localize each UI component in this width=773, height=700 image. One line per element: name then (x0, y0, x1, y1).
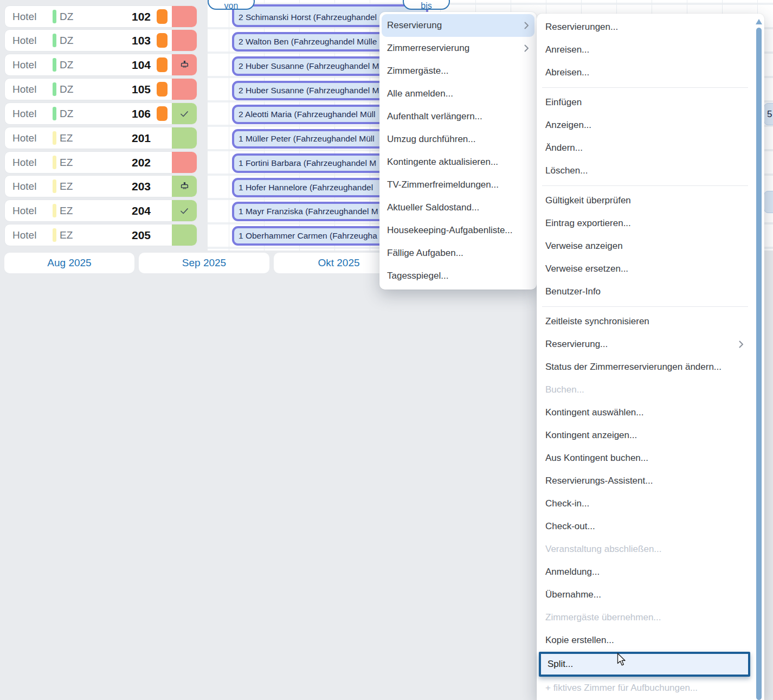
menu-item-label: Buchen... (545, 384, 584, 395)
submenu-item-zimmergäste-übernehmen: Zimmergäste übernehmen... (539, 606, 750, 629)
submenu-item-abreisen[interactable]: Abreisen... (539, 61, 750, 84)
room-property-label: Hotel (12, 79, 36, 100)
room-row-102[interactable]: HotelDZ102 (4, 5, 197, 28)
range-end-label: bis (421, 1, 431, 10)
housekeeping-status-box[interactable] (172, 30, 197, 51)
submenu-item-reservierungen[interactable]: Reservierungen... (539, 16, 750, 38)
menu-item-zimmerreservierung[interactable]: Zimmerreservierung (382, 37, 534, 60)
room-row-103[interactable]: HotelDZ103 (4, 29, 197, 52)
month-tab-label: Aug 2025 (47, 257, 91, 269)
submenu-item-aus-kontingent-buchen[interactable]: Aus Kontingent buchen... (539, 447, 750, 470)
menu-item-label: Reservierung... (545, 339, 608, 350)
submenu-item-kopie-erstellen[interactable]: Kopie erstellen... (539, 629, 750, 652)
submenu-item-verweise-ersetzen[interactable]: Verweise ersetzen... (539, 258, 750, 280)
menu-item-alle-anmelden[interactable]: Alle anmelden... (382, 82, 534, 105)
partial-reservation-bar[interactable]: 5 (764, 103, 773, 125)
room-row-201[interactable]: HotelEZ201 (4, 127, 197, 149)
month-tab-aug-2025[interactable]: Aug 2025 (4, 253, 134, 273)
scrollbar-thumb[interactable] (756, 28, 762, 700)
menu-item-reservierung[interactable]: Reservierung (382, 14, 534, 37)
room-property-label: Hotel (12, 6, 36, 27)
menu-item-label: Übernahme... (545, 589, 601, 600)
menu-item-zimmergäste[interactable]: Zimmergäste... (382, 60, 534, 82)
housekeeping-status-box[interactable] (172, 224, 197, 246)
room-number: 102 (86, 6, 151, 27)
menu-item-aktueller-saldostand[interactable]: Aktueller Saldostand... (382, 196, 534, 219)
room-property-label: Hotel (12, 224, 36, 246)
submenu-item-kontingent-auswählen[interactable]: Kontingent auswählen... (539, 401, 750, 424)
submenu-item-verweise-anzeigen[interactable]: Verweise anzeigen (539, 235, 750, 258)
submenu-item-einfügen[interactable]: Einfügen (539, 91, 750, 114)
submenu-item-status-der-zimmerreservierungen-ändern[interactable]: Status der Zimmerreservierungen ändern..… (539, 356, 750, 378)
submenu-item-check-in[interactable]: Check-in... (539, 492, 750, 515)
room-row-205[interactable]: HotelEZ205 (4, 224, 197, 246)
room-row-104[interactable]: HotelDZ104 (4, 54, 197, 76)
room-number: 201 (86, 127, 151, 149)
brush-icon (179, 59, 190, 70)
month-tab-label: Okt 2025 (318, 257, 359, 269)
submenu-item-anmeldung[interactable]: Anmeldung... (539, 561, 750, 583)
menu-item-label: Status der Zimmerreservierungen ändern..… (545, 362, 722, 373)
room-row-204[interactable]: HotelEZ204 (4, 200, 197, 222)
submenu-scrollbar[interactable] (756, 15, 762, 700)
occupancy-marker (157, 82, 168, 97)
room-type-color-bar (53, 107, 56, 120)
room-type-color-bar (53, 58, 56, 72)
submenu-item-löschen[interactable]: Löschen... (539, 159, 750, 182)
menu-item-label: + fiktives Zimmer für Aufbuchungen... (545, 683, 698, 693)
menu-item-label: Eintrag exportieren... (545, 218, 631, 229)
submenu-item-split[interactable]: Split... (539, 652, 750, 677)
room-type-label: DZ (60, 30, 73, 51)
submenu-item-check-out[interactable]: Check-out... (539, 515, 750, 538)
room-row-202[interactable]: HotelEZ202 (4, 151, 197, 174)
menu-item-tv-zimmerfreimeldungen[interactable]: TV-Zimmerfreimeldungen... (382, 174, 534, 196)
housekeeping-status-box[interactable] (172, 79, 197, 100)
room-type-label: DZ (60, 79, 73, 100)
room-row-105[interactable]: HotelDZ105 (4, 78, 197, 100)
range-start-handle[interactable]: von (208, 0, 255, 10)
menu-item-label: Kontingent anzeigen... (545, 430, 637, 441)
room-property-label: Hotel (12, 176, 36, 197)
menu-item-umzug-durchführen[interactable]: Umzug durchführen... (382, 128, 534, 151)
submenu-item-übernahme[interactable]: Übernahme... (539, 583, 750, 606)
room-number: 103 (86, 30, 151, 51)
submenu-item-reservierungs-assistent[interactable]: Reservierungs-Assistent... (539, 470, 750, 492)
submenu-item-eintrag-exportieren[interactable]: Eintrag exportieren... (539, 212, 750, 235)
menu-item-label: Aufenthalt verlängern... (387, 111, 482, 122)
room-type-label: EZ (60, 176, 73, 197)
submenu-item-anreisen[interactable]: Anreisen... (539, 38, 750, 61)
submenu-item-ändern[interactable]: Ändern... (539, 137, 750, 159)
partial-reservation-bar[interactable] (764, 191, 773, 213)
housekeeping-status-box[interactable] (172, 127, 197, 149)
submenu-item-reservierung[interactable]: Reservierung... (539, 333, 750, 356)
range-end-handle[interactable]: bis (403, 0, 450, 10)
chevron-right-icon (524, 22, 529, 29)
menu-item-fällige-aufgaben[interactable]: Fällige Aufgaben... (382, 242, 534, 265)
menu-item-label: Reservierungs-Assistent... (545, 476, 653, 486)
housekeeping-status-box[interactable] (172, 176, 197, 197)
chevron-right-icon (524, 44, 529, 52)
room-row-203[interactable]: HotelEZ203 (4, 175, 197, 197)
menu-item-aufenthalt-verlängern[interactable]: Aufenthalt verlängern... (382, 105, 534, 128)
menu-item-housekeeping-aufgabenliste[interactable]: Housekeeping-Aufgabenliste... (382, 219, 534, 242)
housekeeping-status-box[interactable] (172, 54, 197, 75)
menu-item-kontingente-aktualisieren[interactable]: Kontingente aktualisieren... (382, 151, 534, 174)
room-row-106[interactable]: HotelDZ106 (4, 102, 197, 125)
brush-icon (179, 181, 190, 192)
submenu-item-benutzer-info[interactable]: Benutzer-Info (539, 280, 750, 303)
submenu-item-kontingent-anzeigen[interactable]: Kontingent anzeigen... (539, 424, 750, 447)
submenu-item-zeitleiste-synchronisieren[interactable]: Zeitleiste synchronisieren (539, 310, 750, 333)
housekeeping-status-box[interactable] (172, 152, 197, 173)
mouse-cursor-icon (617, 653, 627, 670)
submenu-item-gültigkeit-überprüfen[interactable]: Gültigkeit überprüfen (539, 189, 750, 212)
submenu-item-anzeigen[interactable]: Anzeigen... (539, 114, 750, 137)
housekeeping-status-box[interactable] (172, 103, 197, 124)
menu-item-label: Aus Kontingent buchen... (545, 453, 648, 464)
menu-item-tagesspiegel[interactable]: Tagesspiegel... (382, 265, 534, 287)
housekeeping-status-box[interactable] (172, 6, 197, 27)
scroll-up-arrow-icon[interactable] (756, 19, 762, 24)
housekeeping-status-box[interactable] (172, 200, 197, 221)
menu-item-label: Split... (547, 659, 573, 670)
menu-item-label: Kontingente aktualisieren... (387, 157, 498, 168)
month-tab-sep-2025[interactable]: Sep 2025 (139, 253, 269, 273)
